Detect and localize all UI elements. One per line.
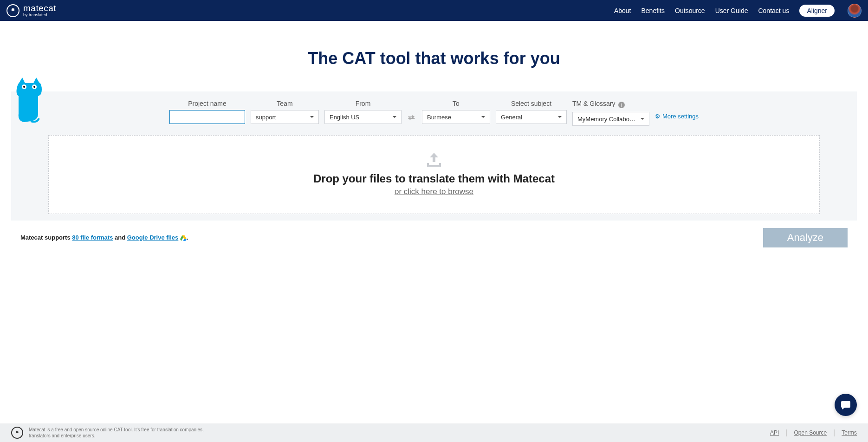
more-settings-link[interactable]: ⚙ More settings bbox=[655, 113, 699, 120]
chevron-down-icon bbox=[310, 116, 314, 118]
subject-label: Select subject bbox=[496, 100, 567, 107]
subject-dropdown[interactable]: General bbox=[496, 110, 567, 124]
svg-point-1 bbox=[23, 86, 25, 88]
below-panel: Matecat supports 80 file formats and Goo… bbox=[20, 228, 848, 247]
support-period: . bbox=[187, 234, 188, 241]
support-mid: and bbox=[113, 234, 127, 241]
nav-about[interactable]: About bbox=[614, 7, 631, 14]
field-to-lang: To Burmese bbox=[422, 100, 490, 124]
avatar[interactable] bbox=[848, 4, 862, 18]
top-nav: About Benefits Outsource User Guide Cont… bbox=[614, 4, 862, 18]
project-panel: Project name Team support From English U… bbox=[11, 91, 857, 221]
analyze-button[interactable]: Analyze bbox=[763, 228, 848, 247]
more-settings-label: More settings bbox=[662, 113, 699, 120]
field-project-name: Project name bbox=[169, 100, 245, 124]
field-subject: Select subject General bbox=[496, 100, 567, 124]
from-label: From bbox=[324, 100, 402, 107]
field-from-lang: From English US bbox=[324, 100, 402, 124]
page-title: The CAT tool that works for you bbox=[0, 49, 868, 68]
to-lang-dropdown[interactable]: Burmese bbox=[422, 110, 490, 124]
project-name-label: Project name bbox=[169, 100, 245, 107]
fields-row: Project name Team support From English U… bbox=[11, 100, 857, 126]
chevron-down-icon bbox=[641, 118, 644, 120]
svg-marker-5 bbox=[183, 239, 187, 241]
nav-user-guide[interactable]: User Guide bbox=[715, 7, 748, 14]
field-team: Team support bbox=[251, 100, 319, 124]
drop-title: Drop your files to translate them with M… bbox=[313, 172, 555, 185]
logo-icon: ❝ bbox=[6, 4, 19, 17]
nav-contact[interactable]: Contact us bbox=[758, 7, 789, 14]
nav-aligner[interactable]: Aligner bbox=[799, 5, 835, 17]
file-drop-zone[interactable]: Drop your files to translate them with M… bbox=[48, 135, 820, 214]
file-formats-link[interactable]: 80 file formats bbox=[72, 234, 113, 241]
to-label: To bbox=[422, 100, 490, 107]
info-icon[interactable]: i bbox=[618, 102, 625, 108]
gear-icon: ⚙ bbox=[655, 113, 661, 120]
tm-label: TM & Glossary bbox=[572, 100, 615, 107]
from-lang-dropdown[interactable]: English US bbox=[324, 110, 402, 124]
svg-point-3 bbox=[33, 86, 35, 88]
brand-name: matecat bbox=[23, 4, 56, 13]
subject-value: General bbox=[501, 114, 522, 121]
team-dropdown[interactable]: support bbox=[251, 110, 319, 124]
cat-mascot-icon bbox=[14, 77, 46, 125]
chevron-down-icon bbox=[393, 116, 396, 118]
field-tm-glossary: TM & Glossary i MyMemory Collabora... bbox=[572, 100, 649, 126]
logo-text: matecat by translated bbox=[23, 4, 56, 17]
header: ❝ matecat by translated About Benefits O… bbox=[0, 0, 868, 21]
team-label: Team bbox=[251, 100, 319, 107]
nav-benefits[interactable]: Benefits bbox=[641, 7, 665, 14]
google-drive-icon bbox=[180, 235, 187, 241]
browse-link[interactable]: or click here to browse bbox=[395, 187, 473, 196]
logo[interactable]: ❝ matecat by translated bbox=[6, 4, 56, 17]
project-name-input[interactable] bbox=[169, 110, 245, 124]
support-prefix: Matecat supports bbox=[20, 234, 72, 241]
tm-dropdown[interactable]: MyMemory Collabora... bbox=[572, 112, 649, 126]
upload-icon bbox=[426, 153, 442, 167]
nav-outsource[interactable]: Outsource bbox=[675, 7, 705, 14]
hero: The CAT tool that works for you Project … bbox=[0, 49, 868, 247]
google-drive-link[interactable]: Google Drive files bbox=[127, 234, 179, 241]
tm-value: MyMemory Collabora... bbox=[577, 116, 637, 123]
to-value: Burmese bbox=[427, 114, 451, 121]
swap-languages-button[interactable] bbox=[407, 111, 416, 125]
chevron-down-icon bbox=[558, 116, 562, 118]
chevron-down-icon bbox=[481, 116, 485, 118]
support-text: Matecat supports 80 file formats and Goo… bbox=[20, 234, 188, 241]
team-value: support bbox=[256, 114, 276, 121]
from-value: English US bbox=[330, 114, 359, 121]
brand-sub: by translated bbox=[23, 13, 56, 17]
